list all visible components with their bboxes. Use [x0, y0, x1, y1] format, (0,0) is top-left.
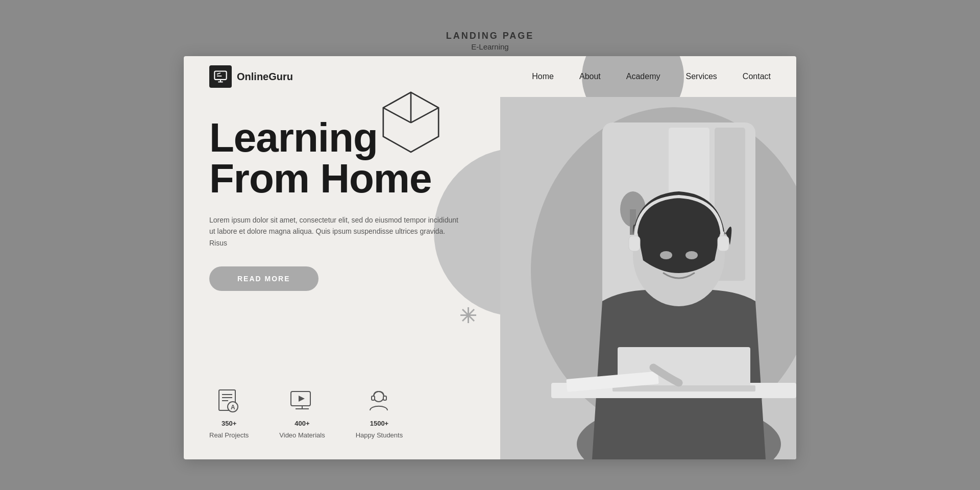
stat-students-label: Happy Students — [356, 431, 403, 439]
decor-asterisk — [459, 306, 477, 328]
stat-happy-students: 1500+ Happy Students — [356, 387, 403, 439]
svg-point-38 — [660, 251, 672, 259]
svg-point-39 — [685, 251, 698, 259]
stat-real-projects: A 350+ Real Projects — [209, 387, 249, 439]
svg-marker-22 — [299, 396, 305, 402]
stat-video-label: Video Materials — [279, 431, 325, 439]
logo-icon — [209, 65, 232, 88]
svg-rect-41 — [718, 236, 729, 251]
nav-links: Home About Academy Services Contact — [532, 72, 771, 81]
nav-home[interactable]: Home — [532, 72, 554, 81]
read-more-button[interactable]: READ MORE — [209, 266, 318, 291]
nav-about[interactable]: About — [579, 72, 601, 81]
svg-rect-10 — [214, 71, 226, 80]
hero-photo — [500, 97, 796, 459]
stat-real-projects-number: 350+ — [222, 420, 236, 427]
page-label-subtitle: E-Learning — [446, 42, 534, 51]
stat-video-materials: 400+ Video Materials — [279, 387, 325, 439]
stats-bar: A 350+ Real Projects 400+ Video Material… — [209, 387, 403, 439]
svg-rect-26 — [372, 396, 375, 400]
logo-text: OnlineGuru — [237, 71, 293, 83]
svg-text:A: A — [231, 404, 235, 411]
svg-line-13 — [217, 73, 220, 74]
stat-video-number: 400+ — [295, 420, 309, 427]
navbar: OnlineGuru Home About Academy Services C… — [184, 56, 796, 97]
landing-card: OnlineGuru Home About Academy Services C… — [184, 56, 796, 459]
video-materials-icon — [288, 387, 316, 415]
hero-title: Learning From Home — [209, 117, 505, 199]
happy-students-icon — [365, 387, 393, 415]
nav-academy[interactable]: Academy — [626, 72, 660, 81]
hero-description: Lorem ipsum dolor sit amet, consectetur … — [209, 214, 464, 249]
logo: OnlineGuru — [209, 65, 293, 88]
real-projects-icon: A — [215, 387, 243, 415]
svg-rect-27 — [383, 396, 386, 400]
stat-real-projects-label: Real Projects — [209, 431, 249, 439]
svg-rect-44 — [612, 385, 755, 391]
svg-rect-40 — [629, 236, 640, 251]
page-label: LANDING PAGE E-Learning — [446, 31, 534, 51]
stat-students-number: 1500+ — [370, 420, 389, 427]
hero-section: Learning From Home Lorem ipsum dolor sit… — [209, 117, 505, 291]
nav-contact[interactable]: Contact — [743, 72, 771, 81]
nav-services[interactable]: Services — [686, 72, 717, 81]
page-label-title: LANDING PAGE — [446, 31, 534, 41]
